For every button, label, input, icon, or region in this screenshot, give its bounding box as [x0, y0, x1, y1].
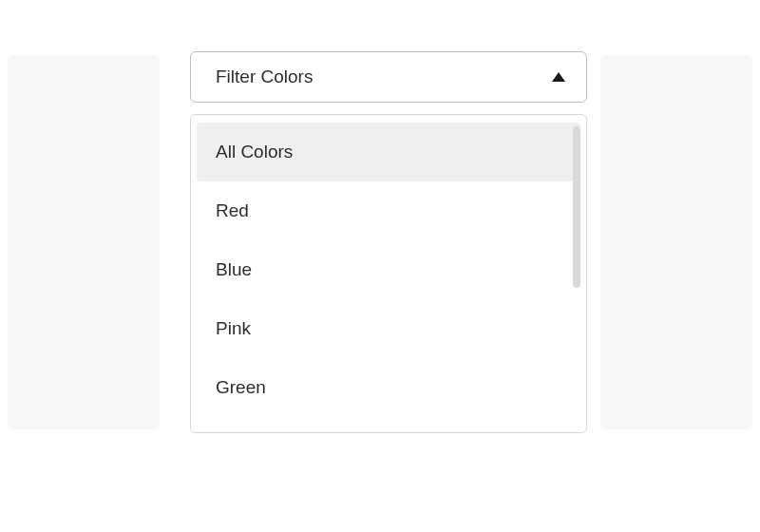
option-green[interactable]: Green: [197, 358, 580, 417]
chevron-up-icon: [552, 72, 565, 82]
option-label: Green: [216, 377, 266, 398]
background-panel-right: [600, 55, 752, 429]
option-label: Pink: [216, 318, 251, 339]
option-pink[interactable]: Pink: [197, 299, 580, 358]
scrollbar[interactable]: [573, 126, 580, 288]
option-red[interactable]: Red: [197, 181, 580, 240]
option-yellow[interactable]: Yellow: [197, 417, 580, 425]
option-all-colors[interactable]: All Colors: [197, 123, 580, 181]
background-panel-left: [8, 55, 160, 429]
filter-colors-dropdown: Filter Colors All Colors Red Blue Pink G…: [190, 51, 587, 433]
dropdown-trigger[interactable]: Filter Colors: [190, 51, 587, 103]
option-label: Red: [216, 200, 249, 221]
dropdown-panel: All Colors Red Blue Pink Green Yellow: [190, 114, 587, 433]
dropdown-label: Filter Colors: [216, 66, 313, 87]
option-label: All Colors: [216, 142, 293, 162]
options-list: All Colors Red Blue Pink Green Yellow: [197, 123, 580, 425]
option-label: Blue: [216, 259, 252, 280]
option-blue[interactable]: Blue: [197, 240, 580, 299]
